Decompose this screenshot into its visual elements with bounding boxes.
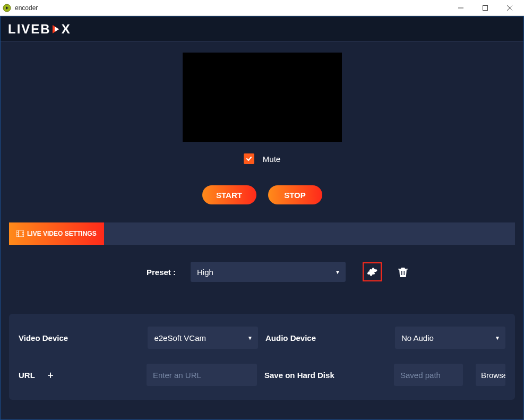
url-input[interactable] [147,364,257,386]
check-icon [245,155,253,162]
device-row-2: URL ＋ Save on Hard Disk Browse [19,364,505,386]
preset-delete-button[interactable] [393,262,413,281]
device-panel: Video Device e2eSoft VCam ▼ Audio Device… [9,314,515,400]
preview-area: Mute START STOP [9,53,515,204]
chevron-down-icon: ▼ [495,335,500,341]
svg-rect-2 [483,5,488,10]
preset-label: Preset : [9,268,179,277]
video-preview [183,53,342,142]
video-device-select[interactable]: e2eSoft VCam ▼ [148,327,258,349]
action-row: START STOP [202,185,322,204]
brand-play-icon [51,23,61,35]
chevron-down-icon: ▼ [335,269,340,275]
window-controls [449,0,522,16]
brand-logo: LIVEB X [8,22,71,37]
start-button[interactable]: START [202,185,256,204]
mute-checkbox[interactable] [244,153,254,164]
brand-bar: LIVEB X [1,16,523,42]
app-body: LIVEB X Mute START [0,16,524,420]
add-url-button[interactable]: ＋ [46,368,55,381]
url-label: URL [19,371,35,380]
mute-label: Mute [263,155,280,164]
brand-text-1: LIVEB [8,22,51,37]
preset-settings-button[interactable] [363,262,382,281]
stop-button[interactable]: STOP [268,185,322,204]
video-device-label: Video Device [19,333,140,342]
audio-device-value: No Audio [401,333,434,342]
window-title: encoder [15,4,449,12]
save-path-input[interactable] [394,364,463,386]
preset-row: Preset : High ▼ [9,262,515,282]
preset-select[interactable]: High ▼ [191,262,346,282]
titlebar: encoder [0,0,524,16]
film-icon [16,230,24,237]
content: Mute START STOP LIVE VIDEO SETTINGS [1,42,523,419]
audio-device-select[interactable]: No Audio ▼ [395,327,505,349]
trash-icon [398,267,408,277]
save-label: Save on Hard Disk [264,371,386,380]
brand-text-2: X [62,22,71,37]
gear-icon [367,267,377,277]
maximize-button[interactable] [473,0,497,16]
tab-live-video-settings[interactable]: LIVE VIDEO SETTINGS [9,222,104,245]
mute-row: Mute [244,153,280,164]
chevron-down-icon: ▼ [247,335,253,341]
tab-label: LIVE VIDEO SETTINGS [27,230,97,237]
device-row-1: Video Device e2eSoft VCam ▼ Audio Device… [19,327,505,349]
close-button[interactable] [497,0,522,16]
audio-device-label: Audio Device [265,333,388,342]
preset-value: High [197,268,213,277]
url-label-group: URL ＋ [19,368,139,381]
svg-rect-5 [16,230,24,237]
browse-button[interactable]: Browse [476,364,505,386]
tab-bar: LIVE VIDEO SETTINGS [9,222,515,245]
app-icon [2,3,12,13]
video-device-value: e2eSoft VCam [154,333,206,342]
minimize-button[interactable] [449,0,473,16]
